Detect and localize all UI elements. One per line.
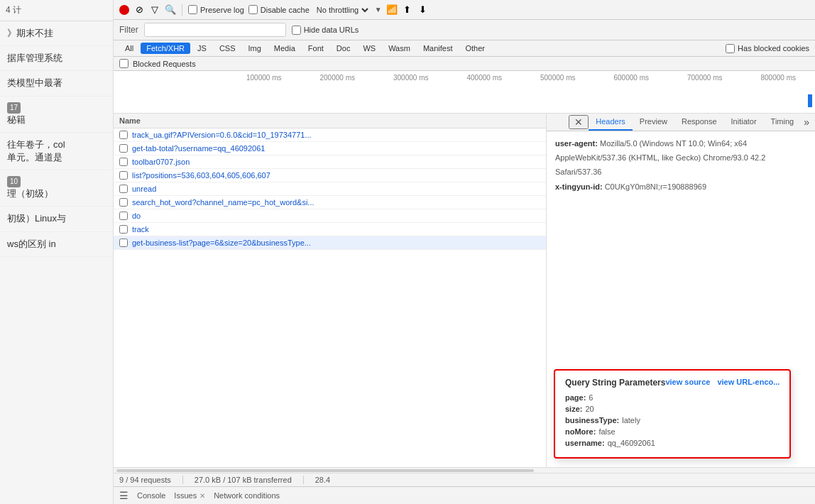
qsp-view-source-link[interactable]: view source: [665, 378, 710, 388]
type-btn-ws[interactable]: WS: [357, 43, 381, 54]
sidebar-item-3[interactable]: 17 秘籍: [0, 97, 113, 133]
throttle-select[interactable]: No throttling: [314, 5, 371, 15]
request-item-3[interactable]: list?positions=536,603,604,605,606,607: [114, 169, 546, 182]
timeline-label-5: 600000 ms: [595, 74, 669, 82]
qsp-title-text: Query String Parameters: [565, 378, 665, 388]
qsp-links: view source view URL-enco...: [665, 378, 780, 388]
req-checkbox-3[interactable]: [119, 171, 128, 180]
req-checkbox-4[interactable]: [119, 185, 128, 193]
hamburger-icon[interactable]: ☰: [119, 490, 128, 501]
main-content: Name track_ua.gif?APIVersion=0.6.0&cid=1…: [114, 114, 815, 467]
req-name-8: get-business-list?page=6&size=20&busines…: [132, 239, 540, 247]
request-item-6[interactable]: do: [114, 209, 546, 223]
request-item-7[interactable]: track: [114, 223, 546, 236]
preserve-log-label[interactable]: Preserve log: [188, 5, 244, 14]
type-btn-all[interactable]: All: [119, 43, 139, 54]
tab-preview[interactable]: Preview: [633, 114, 674, 131]
sidebar-item-4[interactable]: 往年卷子，col 单元。通道是: [0, 133, 113, 170]
req-checkbox-0[interactable]: [119, 131, 128, 139]
request-item-4[interactable]: unread: [114, 182, 546, 196]
req-checkbox-5[interactable]: [119, 198, 128, 207]
qsp-title-row: Query String Parameters view source view…: [565, 378, 780, 388]
sidebar-item-text-2: 类模型中最著: [7, 77, 106, 89]
user-agent-line: user-agent: Mozilla/5.0 (Windows NT 10.0…: [555, 137, 806, 179]
qsp-key-3: noMore:: [565, 427, 596, 436]
blocked-requests-checkbox[interactable]: [119, 59, 128, 68]
request-list-header: Name: [114, 114, 546, 128]
timeline-labels: 100000 ms 200000 ms 300000 ms 400000 ms …: [227, 74, 815, 82]
tab-response[interactable]: Response: [674, 114, 724, 131]
qsp-view-url-link[interactable]: view URL-enco...: [717, 378, 780, 388]
type-btn-media[interactable]: Media: [268, 43, 301, 54]
close-detail-button[interactable]: ✕: [569, 115, 589, 129]
request-item-2[interactable]: toolbar0707.json: [114, 155, 546, 169]
requests-count: 9 / 94 requests: [119, 476, 171, 484]
comment-count-5: 10: [7, 176, 21, 187]
type-btn-fetch-xhr[interactable]: Fetch/XHR: [141, 43, 190, 54]
type-btn-css[interactable]: CSS: [214, 43, 241, 54]
req-name-4: unread: [132, 185, 540, 193]
status-bar: 9 / 94 requests 27.0 kB / 107 kB transfe…: [114, 473, 815, 486]
timeline-label-0: 100000 ms: [227, 74, 301, 82]
has-blocked-cookies-label[interactable]: Has blocked cookies: [726, 44, 809, 53]
sidebar-item-text-7: ws的区别 in: [7, 238, 106, 251]
sidebar-item-2[interactable]: 类模型中最著: [0, 71, 113, 96]
record-button[interactable]: [119, 5, 129, 15]
more-tabs-button[interactable]: »: [801, 116, 812, 128]
sidebar-item-7[interactable]: ws的区别 in: [0, 232, 113, 257]
timeline-label-4: 500000 ms: [521, 74, 595, 82]
scroll-thumb[interactable]: [116, 469, 534, 472]
issues-close-icon[interactable]: ✕: [199, 492, 205, 500]
hide-data-urls-label[interactable]: Hide data URLs: [292, 26, 359, 35]
scroll-indicator[interactable]: [114, 467, 815, 473]
clear-icon[interactable]: ⊘: [133, 4, 145, 16]
req-checkbox-1[interactable]: [119, 144, 128, 153]
type-btn-other[interactable]: Other: [459, 43, 491, 54]
request-item-8[interactable]: get-business-list?page=6&size=20&busines…: [114, 236, 546, 250]
type-btn-wasm[interactable]: Wasm: [383, 43, 416, 54]
tab-timing[interactable]: Timing: [764, 114, 802, 131]
search-icon[interactable]: 🔍: [165, 4, 176, 16]
sidebar-item-text-5: 理（初级）: [7, 187, 106, 200]
tab-initiator[interactable]: Initiator: [724, 114, 764, 131]
preserve-log-checkbox[interactable]: [188, 5, 197, 14]
qsp-key-0: page:: [565, 393, 586, 402]
download-icon: ⬇: [417, 4, 429, 16]
req-checkbox-7[interactable]: [119, 225, 128, 234]
request-item-5[interactable]: search_hot_word?channel_name=pc_hot_word…: [114, 196, 546, 209]
tab-headers[interactable]: Headers: [589, 114, 633, 131]
req-checkbox-8[interactable]: [119, 239, 128, 247]
type-btn-font[interactable]: Font: [302, 43, 329, 54]
has-blocked-cookies-checkbox[interactable]: [726, 44, 735, 53]
sidebar-item-5[interactable]: 10 理（初级）: [0, 170, 113, 207]
qsp-val-1: 20: [585, 405, 594, 413]
type-btn-doc[interactable]: Doc: [331, 43, 356, 54]
sidebar-item-0[interactable]: 》期末不挂: [0, 21, 113, 46]
filter-icon[interactable]: ▽: [149, 4, 160, 16]
blocked-requests-row: Blocked Requests: [114, 57, 815, 71]
qsp-row-0: page: 6: [565, 393, 780, 402]
sidebar-item-1[interactable]: 据库管理系统: [0, 46, 113, 71]
tab-console[interactable]: Console: [137, 491, 165, 500]
hide-data-urls-checkbox[interactable]: [292, 26, 301, 35]
type-btn-img[interactable]: Img: [243, 43, 267, 54]
type-btn-manifest[interactable]: Manifest: [417, 43, 459, 54]
disable-cache-label[interactable]: Disable cache: [248, 5, 310, 14]
sidebar-item-6[interactable]: 初级）Linux与: [0, 207, 113, 231]
req-checkbox-6[interactable]: [119, 212, 128, 220]
req-name-3: list?positions=536,603,604,605,606,607: [132, 171, 540, 180]
request-items[interactable]: track_ua.gif?APIVersion=0.6.0&cid=10_197…: [114, 128, 546, 467]
filter-input[interactable]: [144, 23, 286, 37]
req-checkbox-2[interactable]: [119, 158, 128, 166]
detail-tabs: ✕ Headers Preview Response Initiator Tim…: [547, 114, 815, 131]
tab-network-conditions[interactable]: Network conditions: [214, 491, 280, 500]
type-btn-js[interactable]: JS: [192, 43, 212, 54]
filter-label: Filter: [119, 25, 138, 35]
disable-cache-checkbox[interactable]: [248, 5, 258, 14]
request-item-0[interactable]: track_ua.gif?APIVersion=0.6.0&cid=10_197…: [114, 128, 546, 142]
req-name-7: track: [132, 225, 540, 234]
qsp-val-4: qq_46092061: [608, 439, 655, 447]
tab-issues[interactable]: Issues ✕: [174, 491, 205, 500]
devtools-panel: ⊘ ▽ 🔍 Preserve log Disable cache No thro…: [114, 0, 815, 504]
request-item-1[interactable]: get-tab-total?username=qq_46092061: [114, 142, 546, 155]
